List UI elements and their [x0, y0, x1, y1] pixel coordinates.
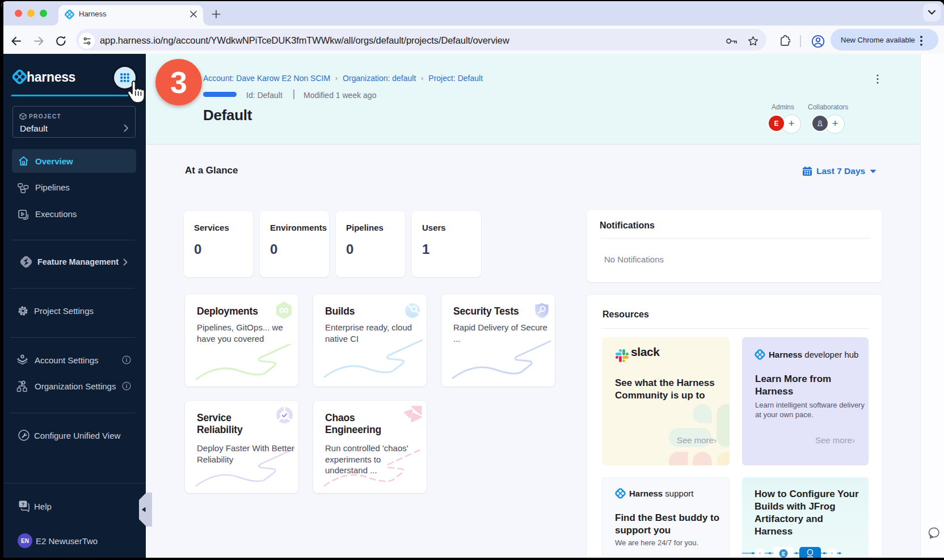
svg-text:?: ?	[22, 502, 25, 507]
